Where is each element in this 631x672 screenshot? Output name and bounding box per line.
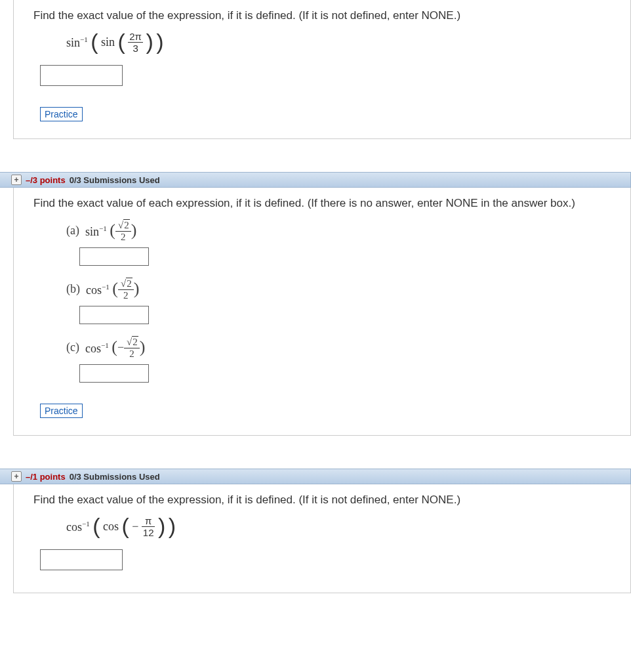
expand-icon[interactable]: +: [11, 471, 22, 482]
question-3-prompt: Find the exact value of each expression,…: [14, 188, 630, 217]
question-4-submissions: 0/3 Submissions Used: [70, 472, 160, 482]
question-2-prompt: Find the exact value of the expression, …: [14, 0, 630, 29]
question-3a-answer-input[interactable]: [79, 247, 149, 266]
question-4-points: –/1 points: [26, 472, 66, 482]
question-block-4-wrapper: 4. + –/1 points 0/3 Submissions Used Fin…: [0, 469, 631, 593]
question-2-expression: sin−1 ( sin ( 2π 3 ) ): [14, 29, 630, 60]
question-2-answer-input[interactable]: [40, 65, 123, 86]
question-4-number: 4.: [0, 472, 5, 482]
practice-button-q2[interactable]: Practice: [40, 107, 83, 121]
question-3-submissions: 0/3 Submissions Used: [70, 175, 160, 185]
question-4-answer-input[interactable]: [40, 549, 123, 570]
question-3-part-c: (c) cos−1 (− 2 2 ): [14, 333, 630, 359]
question-block-3-wrapper: 3. + –/3 points 0/3 Submissions Used Fin…: [0, 172, 631, 436]
question-3-part-b: (b) cos−1 ( 2 2 ): [14, 275, 630, 301]
question-4-expression: cos−1 ( cos ( − π 12 ) ): [14, 513, 630, 544]
question-block-3: Find the exact value of each expression,…: [13, 188, 631, 436]
question-4-prompt: Find the exact value of the expression, …: [14, 484, 630, 513]
question-3-header: 3. + –/3 points 0/3 Submissions Used: [0, 172, 631, 188]
question-block-4: Find the exact value of the expression, …: [13, 484, 631, 593]
question-3c-answer-input[interactable]: [79, 364, 149, 383]
practice-button-q3[interactable]: Practice: [40, 404, 83, 418]
question-4-header: 4. + –/1 points 0/3 Submissions Used: [0, 469, 631, 484]
question-3b-answer-input[interactable]: [79, 306, 149, 324]
expand-icon[interactable]: +: [11, 175, 22, 185]
question-3-part-a: (a) sin−1 ( 2 2 ): [14, 217, 630, 242]
question-3-number: 3.: [0, 175, 5, 185]
question-3-points: –/3 points: [26, 175, 66, 185]
question-block-2: Find the exact value of the expression, …: [13, 0, 631, 139]
